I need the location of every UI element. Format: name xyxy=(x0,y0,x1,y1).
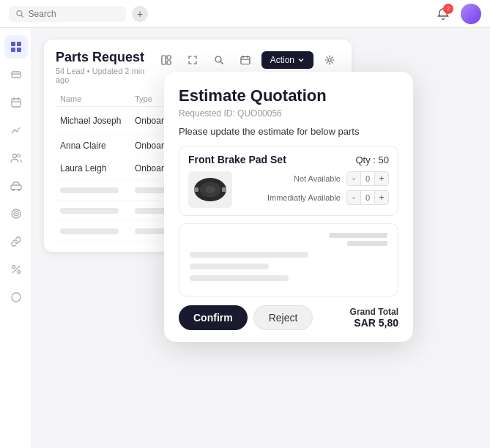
svg-rect-4 xyxy=(11,48,15,52)
sidebar-item-people[interactable] xyxy=(4,146,28,170)
svg-rect-24 xyxy=(162,56,166,64)
sidebar-item-percent[interactable] xyxy=(4,258,28,281)
immediately-increment[interactable]: + xyxy=(375,191,388,204)
layout-icon xyxy=(161,55,171,65)
avatar[interactable] xyxy=(461,4,481,24)
svg-point-22 xyxy=(17,271,20,274)
action-button[interactable]: Action xyxy=(261,51,313,69)
svg-rect-14 xyxy=(11,185,21,190)
svg-point-19 xyxy=(15,213,17,214)
not-available-row: Not Available - 0 + xyxy=(240,171,389,186)
modal-footer: Confirm Reject Grand Total SAR 5,80 xyxy=(179,305,398,330)
svg-rect-2 xyxy=(11,42,15,46)
gear-icon xyxy=(324,55,335,65)
people-icon xyxy=(10,152,22,164)
reject-button[interactable]: Reject xyxy=(253,305,313,330)
search-panel-button[interactable] xyxy=(209,50,229,70)
sidebar-item-layers[interactable] xyxy=(4,63,28,86)
immediately-decrement[interactable]: - xyxy=(347,191,360,204)
sidebar-item-calendar[interactable] xyxy=(4,91,28,114)
sidebar xyxy=(0,28,32,448)
col-name: Name xyxy=(56,92,130,107)
placeholder-line-3 xyxy=(190,275,289,281)
part-card-header: Front Brake Pad Set Qty : 50 xyxy=(188,154,389,165)
cell-name: Laura Leigh xyxy=(56,157,130,180)
svg-point-27 xyxy=(215,56,221,62)
part-body: Not Available - 0 + Immediatly Available… xyxy=(188,171,389,208)
svg-rect-8 xyxy=(12,99,21,107)
part-image xyxy=(188,171,232,208)
svg-point-12 xyxy=(12,154,16,158)
footer-buttons: Confirm Reject xyxy=(179,305,313,330)
sidebar-item-link[interactable] xyxy=(4,230,28,253)
immediately-available-label: Immediatly Available xyxy=(267,193,341,202)
modal-description: Please update the estimate for below par… xyxy=(179,126,398,137)
calendar-filter-icon xyxy=(240,55,250,65)
sidebar-item-grid[interactable] xyxy=(4,35,28,59)
svg-point-16 xyxy=(18,189,20,191)
circle-icon xyxy=(10,291,22,303)
svg-point-13 xyxy=(17,154,20,157)
placeholder-line-1 xyxy=(190,252,308,258)
grand-total-section: Grand Total SAR 5,80 xyxy=(350,307,398,329)
not-available-decrement[interactable]: - xyxy=(347,172,360,185)
grand-total-value: SAR 5,80 xyxy=(350,317,398,329)
svg-rect-6 xyxy=(12,72,21,78)
immediately-available-qty-control[interactable]: - 0 + xyxy=(346,190,389,205)
layers-icon xyxy=(10,69,22,81)
search-input[interactable] xyxy=(29,9,119,19)
modal-id: Requested ID: QUO00056 xyxy=(179,108,398,119)
part-card: Front Brake Pad Set Qty : 50 xyxy=(179,146,398,216)
search-panel-icon xyxy=(214,55,224,65)
modal-title: Estimate Quotation xyxy=(179,86,398,105)
chart-icon xyxy=(10,124,22,136)
svg-rect-29 xyxy=(241,57,250,64)
part-name: Front Brake Pad Set xyxy=(188,154,286,165)
second-card-placeholders xyxy=(190,233,387,246)
settings-button[interactable] xyxy=(319,50,340,70)
confirm-button[interactable]: Confirm xyxy=(179,305,248,330)
notification-button[interactable]: 2 xyxy=(433,4,453,24)
panel-title: Parts Request xyxy=(56,50,156,65)
panel-subtitle: 54 Lead • Updated 2 min ago xyxy=(56,67,156,84)
grid-icon xyxy=(10,41,22,53)
svg-line-1 xyxy=(21,15,23,17)
sidebar-item-circle[interactable] xyxy=(4,285,28,309)
calendar-icon xyxy=(10,97,22,108)
grand-total-label: Grand Total xyxy=(350,307,398,317)
target-icon xyxy=(10,208,22,220)
brake-pad-image xyxy=(191,174,229,205)
panel-actions: Action xyxy=(156,50,340,70)
search-bar[interactable] xyxy=(9,6,126,22)
svg-line-20 xyxy=(12,266,20,273)
immediately-value: 0 xyxy=(360,191,375,204)
svg-rect-25 xyxy=(167,56,171,59)
expand-button[interactable] xyxy=(182,50,203,70)
topbar: + 2 xyxy=(0,0,490,28)
add-tab-button[interactable]: + xyxy=(132,6,148,22)
svg-rect-38 xyxy=(222,187,226,192)
not-available-value: 0 xyxy=(360,172,375,185)
not-available-qty-control[interactable]: - 0 + xyxy=(346,171,389,186)
second-part-card xyxy=(179,223,398,296)
date-filter-button[interactable] xyxy=(235,50,256,70)
topbar-right: 2 xyxy=(433,4,481,24)
sidebar-item-target[interactable] xyxy=(4,202,28,225)
cell-name: Michael Joseph xyxy=(56,107,130,135)
layout-toggle-button[interactable] xyxy=(156,50,177,70)
not-available-increment[interactable]: + xyxy=(375,172,388,185)
svg-rect-3 xyxy=(17,42,21,46)
svg-point-33 xyxy=(328,59,331,61)
sidebar-item-car[interactable] xyxy=(4,174,28,198)
search-icon xyxy=(16,10,24,18)
percent-icon xyxy=(10,264,22,275)
notification-badge: 2 xyxy=(443,4,453,14)
part-qty: Qty : 50 xyxy=(355,154,389,165)
placeholder-bar-1 xyxy=(329,233,387,238)
car-icon xyxy=(10,180,22,192)
sidebar-item-chart[interactable] xyxy=(4,119,28,142)
svg-point-21 xyxy=(12,266,15,269)
placeholder-bar-2 xyxy=(347,241,387,246)
link-icon xyxy=(10,236,22,247)
svg-rect-37 xyxy=(194,187,198,192)
